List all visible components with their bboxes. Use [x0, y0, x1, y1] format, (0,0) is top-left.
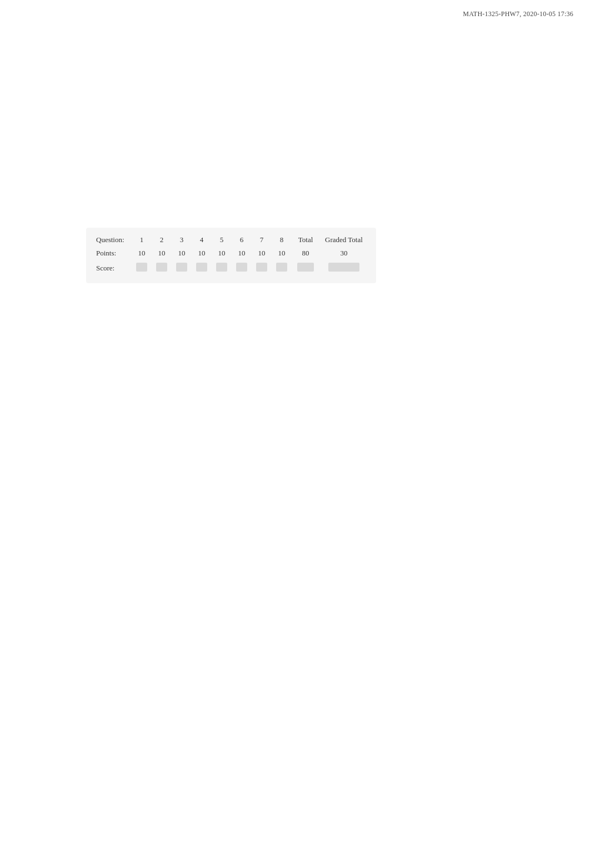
question-5: 5: [212, 233, 232, 247]
question-4: 4: [192, 233, 212, 247]
points-3: 10: [172, 247, 192, 260]
question-8: 8: [272, 233, 292, 247]
score-box-1: [132, 260, 152, 277]
points-7: 10: [252, 247, 272, 260]
total-label: Total: [292, 233, 318, 247]
header-info: MATH-1325-PHW7, 2020-10-05 17:36: [463, 10, 573, 18]
question-row: Question: 1 2 3 4 5 6 7 8 Total Graded T…: [93, 233, 366, 247]
score-box-3: [172, 260, 192, 277]
question-7: 7: [252, 233, 272, 247]
score-box-7: [252, 260, 272, 277]
points-label: Points:: [93, 247, 132, 260]
points-6: 10: [232, 247, 252, 260]
question-6: 6: [232, 233, 252, 247]
score-graded-total-box: [318, 260, 366, 277]
graded-total-label: Graded Total: [318, 233, 366, 247]
points-row: Points: 10 10 10 10 10 10 10 10 80 30: [93, 247, 366, 260]
score-table-container: Question: 1 2 3 4 5 6 7 8 Total Graded T…: [86, 228, 376, 283]
points-5: 10: [212, 247, 232, 260]
question-1: 1: [132, 233, 152, 247]
points-2: 10: [152, 247, 172, 260]
graded-total-value: 30: [318, 247, 366, 260]
question-3: 3: [172, 233, 192, 247]
points-8: 10: [272, 247, 292, 260]
score-box-6: [232, 260, 252, 277]
score-box-4: [192, 260, 212, 277]
points-4: 10: [192, 247, 212, 260]
question-label: Question:: [93, 233, 132, 247]
score-label: Score:: [93, 260, 132, 277]
question-2: 2: [152, 233, 172, 247]
points-1: 10: [132, 247, 152, 260]
score-box-8: [272, 260, 292, 277]
score-box-2: [152, 260, 172, 277]
score-table: Question: 1 2 3 4 5 6 7 8 Total Graded T…: [93, 233, 366, 277]
score-total-box: [292, 260, 318, 277]
total-value: 80: [292, 247, 318, 260]
score-box-5: [212, 260, 232, 277]
score-row: Score:: [93, 260, 366, 277]
